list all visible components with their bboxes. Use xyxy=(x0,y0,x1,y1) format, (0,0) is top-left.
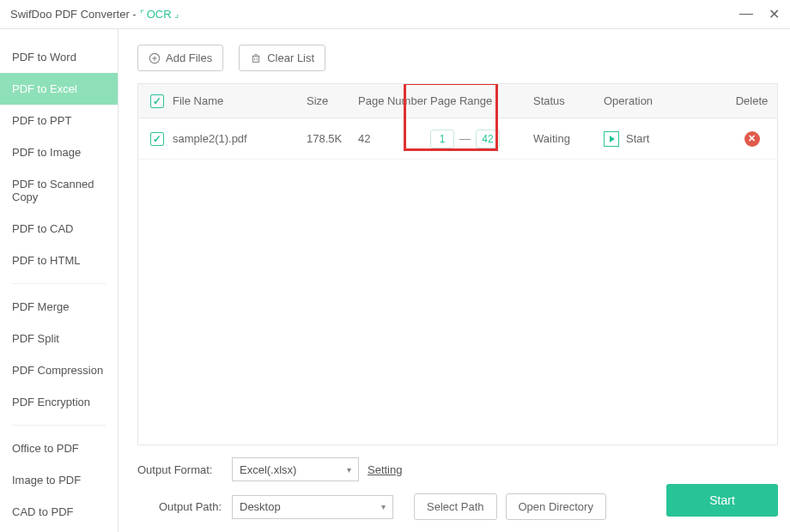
sidebar-item[interactable]: PDF Merge xyxy=(0,291,118,323)
file-table: File Name Size Page Number Page Range St… xyxy=(137,83,778,445)
row-status: Waiting xyxy=(525,132,604,145)
sidebar-item[interactable]: PDF to PPT xyxy=(0,105,118,136)
start-button[interactable]: Start xyxy=(666,484,778,517)
col-size[interactable]: Size xyxy=(307,94,358,107)
sidebar-item[interactable]: CAD to PDF xyxy=(0,496,118,528)
output-format-select[interactable]: Excel(.xlsx) ▾ xyxy=(232,457,359,481)
sidebar-separator xyxy=(12,283,106,284)
minimize-icon[interactable]: — xyxy=(739,6,753,22)
row-start-button[interactable]: Start xyxy=(626,132,649,145)
add-files-button[interactable]: Add Files xyxy=(137,45,223,71)
output-format-label: Output Format: xyxy=(137,463,223,476)
sidebar-item[interactable]: PDF Compression xyxy=(0,354,118,386)
chevron-down-icon: ▾ xyxy=(381,502,386,511)
sidebar-item[interactable]: Image to PDF xyxy=(0,464,118,496)
sidebar-item[interactable]: PDF to Scanned Copy xyxy=(0,168,118,213)
app-title: SwifDoo PDF Converter - xyxy=(10,8,137,21)
sidebar-separator xyxy=(12,425,106,426)
play-icon[interactable] xyxy=(604,131,619,147)
col-pagerange[interactable]: Page Range xyxy=(430,94,525,107)
open-directory-button[interactable]: Open Directory xyxy=(506,493,606,520)
output-path-label: Output Path: xyxy=(137,500,223,513)
add-files-label: Add Files xyxy=(166,51,212,64)
ocr-label: OCR xyxy=(147,8,172,21)
sidebar-item[interactable]: PDF to HTML xyxy=(0,245,118,276)
output-path-select[interactable]: Desktop ▾ xyxy=(232,495,393,519)
svg-rect-3 xyxy=(253,56,259,62)
col-pagenumber[interactable]: Page Number xyxy=(358,94,430,107)
table-row: sample2(1).pdf 178.5K 42 — Waiting Start… xyxy=(138,118,777,160)
sidebar-item[interactable]: PDF to Word xyxy=(0,41,118,73)
row-size: 178.5K xyxy=(307,132,358,145)
chevron-down-icon: ▾ xyxy=(347,465,351,475)
col-operation[interactable]: Operation xyxy=(604,94,730,107)
table-header: File Name Size Page Number Page Range St… xyxy=(138,84,777,118)
sidebar-item[interactable]: Office to PDF xyxy=(0,432,118,464)
output-format-value: Excel(.xlsx) xyxy=(240,463,296,476)
select-all-checkbox[interactable] xyxy=(150,94,164,108)
col-status[interactable]: Status xyxy=(525,94,604,107)
sidebar-item[interactable]: PDF Split xyxy=(0,323,118,354)
col-filename[interactable]: File Name xyxy=(173,94,307,107)
sidebar-item[interactable]: PDF to CAD xyxy=(0,213,118,245)
clear-list-button[interactable]: Clear List xyxy=(239,45,325,71)
range-to-input[interactable] xyxy=(476,130,500,148)
select-path-button[interactable]: Select Path xyxy=(414,493,497,520)
bracket-left-icon: ⌜ xyxy=(140,9,144,20)
delete-button[interactable]: ✕ xyxy=(744,131,760,147)
plus-circle-icon xyxy=(149,52,161,64)
row-pagenumber: 42 xyxy=(358,132,430,145)
dash-icon: — xyxy=(459,132,471,145)
row-filename: sample2(1).pdf xyxy=(173,132,307,145)
bracket-right-icon: ⌟ xyxy=(174,9,179,20)
range-from-input[interactable] xyxy=(430,130,454,148)
col-delete[interactable]: Delete xyxy=(730,94,774,107)
sidebar-item[interactable]: PDF to Excel xyxy=(0,73,118,105)
close-icon[interactable]: ✕ xyxy=(769,6,780,22)
trash-icon xyxy=(250,52,262,64)
sidebar: PDF to WordPDF to ExcelPDF to PPTPDF to … xyxy=(0,29,118,532)
row-checkbox[interactable] xyxy=(150,132,164,146)
setting-link[interactable]: Setting xyxy=(368,463,402,476)
clear-list-label: Clear List xyxy=(267,51,314,64)
sidebar-item[interactable]: PDF to Image xyxy=(0,136,118,168)
ocr-badge[interactable]: ⌜ OCR ⌟ xyxy=(140,8,179,21)
sidebar-item[interactable]: PDF Encryption xyxy=(0,386,118,418)
output-path-value: Desktop xyxy=(240,500,281,513)
